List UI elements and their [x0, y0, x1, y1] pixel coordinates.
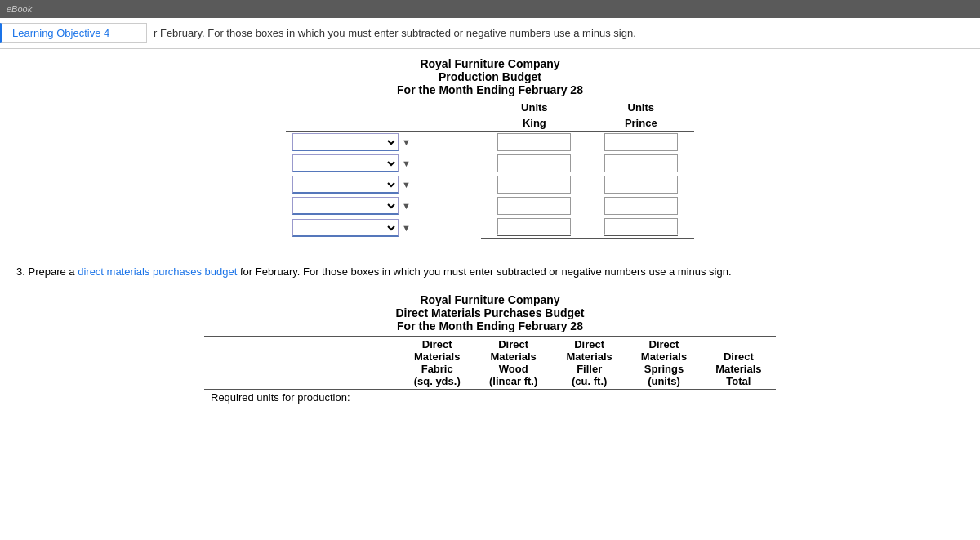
col-label-header2 — [286, 115, 481, 131]
dm-springs-line2: Materials — [635, 350, 693, 363]
dm-col-filler: Direct Materials Filler (cu. ft.) — [552, 336, 626, 389]
direct-materials-link[interactable]: direct materials purchases budget — [78, 266, 237, 278]
prince-input-3[interactable] — [604, 176, 678, 194]
direct-materials-budget-section: Royal Furniture Company Direct Materials… — [16, 293, 964, 405]
dm-springs-line4: (units) — [635, 375, 693, 387]
table-row: ▼ — [286, 195, 694, 216]
col-label-header — [286, 100, 481, 115]
dm-table-wrap: Direct Materials Fabric (sq. yds.) Direc… — [16, 336, 964, 405]
dm-total-line1: Direct — [710, 350, 768, 363]
ebook-label: eBook — [7, 4, 32, 14]
table-row: ▼ — [286, 216, 694, 239]
dm-wood-line1: Direct — [483, 338, 544, 350]
table-row: ▼ — [286, 132, 694, 153]
king-input-5[interactable] — [497, 218, 571, 236]
dm-springs-line3: Springs — [635, 363, 693, 375]
row-label-select-3[interactable] — [292, 176, 399, 194]
dm-wood-line2: Materials — [483, 350, 544, 363]
instruction-3-suffix: for February. For those boxes in which y… — [240, 266, 732, 278]
col-prince-header2: Prince — [588, 115, 694, 131]
table-row: ▼ — [286, 153, 694, 174]
dm-col-springs: Direct Materials Springs (units) — [626, 336, 701, 389]
budget-period: For the Month Ending February 28 — [16, 83, 964, 96]
king-input-4[interactable] — [497, 197, 571, 215]
dm-springs-line1: Direct — [635, 338, 693, 350]
row-label-select-1[interactable] — [292, 133, 399, 151]
row-label-select-2[interactable] — [292, 154, 399, 172]
dm-filler-line3: Filler — [560, 363, 618, 375]
row-label-cell: ▼ — [286, 132, 481, 153]
dm-filler-line4: (cu. ft.) — [560, 375, 618, 387]
king-input-1[interactable] — [497, 133, 571, 151]
dm-col-wood: Direct Materials Wood (linear ft.) — [474, 336, 552, 389]
direct-materials-table: Direct Materials Fabric (sq. yds.) Direc… — [204, 336, 776, 405]
dm-total-line2: Materials — [710, 363, 768, 375]
row-label-select-4[interactable] — [292, 197, 399, 215]
dm-budget-title: Direct Materials Purchases Budget — [16, 306, 964, 319]
dm-wood-line3: Wood — [483, 363, 544, 375]
king-input-3[interactable] — [497, 176, 571, 194]
dm-first-row: Required units for production: — [204, 389, 776, 405]
production-budget-table: Units Units King Prince — [286, 100, 694, 239]
production-budget-header: Royal Furniture Company Production Budge… — [16, 57, 964, 96]
instruction-3-number: 3. — [16, 266, 25, 278]
dm-required-label: Required units for production: — [204, 389, 399, 405]
dm-col-total: Direct Materials Total — [702, 336, 776, 389]
budget-title: Production Budget — [16, 70, 964, 83]
row-label-select-5[interactable] — [292, 219, 399, 237]
col-prince-header1: Units — [588, 100, 694, 115]
dm-budget-header: Royal Furniture Company Direct Materials… — [16, 293, 964, 332]
dm-wood-line4: (linear ft.) — [483, 375, 544, 387]
dm-filler-line1: Direct — [560, 338, 618, 350]
dm-fabric-line1: Direct — [408, 338, 466, 350]
dm-header-row: Direct Materials Fabric (sq. yds.) Direc… — [204, 336, 776, 389]
company-name: Royal Furniture Company — [16, 57, 964, 70]
dm-col-fabric: Direct Materials Fabric (sq. yds.) — [399, 336, 474, 389]
prince-input-5[interactable] — [604, 218, 678, 236]
dm-total-line4: Total — [710, 375, 768, 387]
top-bar: eBook — [0, 0, 980, 18]
learning-objective-instruction: r February. For those boxes in which you… — [147, 27, 636, 39]
instruction-3: 3. Prepare a direct materials purchases … — [16, 264, 964, 280]
col-king-header1: Units — [481, 100, 587, 115]
col-king-header2: King — [481, 115, 587, 131]
prince-input-2[interactable] — [604, 154, 678, 172]
dm-fabric-line2: Materials — [408, 350, 466, 363]
row-king-input-1[interactable] — [481, 132, 587, 153]
dm-filler-line2: Materials — [560, 350, 618, 363]
dm-fabric-line4: (sq. yds.) — [408, 375, 466, 387]
dm-budget-period: For the Month Ending February 28 — [16, 319, 964, 332]
main-content: Royal Furniture Company Production Budge… — [0, 49, 980, 446]
king-input-2[interactable] — [497, 154, 571, 172]
dm-col-label — [204, 336, 399, 389]
table-row: ▼ — [286, 174, 694, 195]
dm-company-name: Royal Furniture Company — [16, 293, 964, 306]
learning-objective-bar: Learning Objective 4 r February. For tho… — [0, 18, 980, 49]
learning-objective-badge[interactable]: Learning Objective 4 — [0, 23, 147, 43]
instruction-3-prefix: Prepare a — [28, 266, 74, 278]
dm-fabric-line3: Fabric — [408, 363, 466, 375]
row-prince-input-1[interactable] — [588, 132, 694, 153]
prince-input-4[interactable] — [604, 197, 678, 215]
production-budget-section: Royal Furniture Company Production Budge… — [16, 57, 964, 239]
prince-input-1[interactable] — [604, 133, 678, 151]
